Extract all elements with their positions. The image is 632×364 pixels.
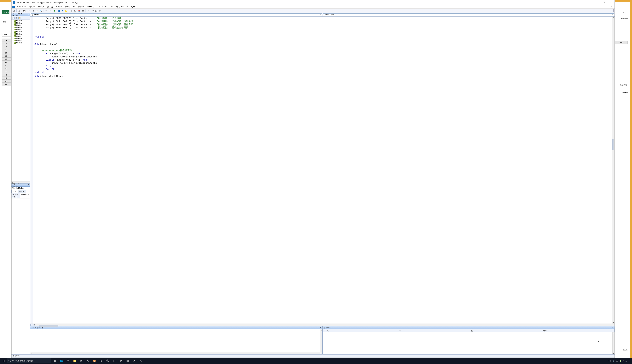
watch-body[interactable] xyxy=(323,332,615,354)
excel-zoom-level[interactable]: 130% xyxy=(623,349,628,351)
vbe-titlebar[interactable]: Microsoft Visual Basic for Applications … xyxy=(12,0,614,5)
paste-button[interactable]: 📋 xyxy=(35,9,39,12)
row-header[interactable]: 41 xyxy=(2,64,11,67)
tray-battery-icon[interactable]: 🔋 xyxy=(619,360,622,362)
property-row[interactable]: (オブジェクト Module10 xyxy=(12,193,30,198)
taskbar-search[interactable]: すべてを対象にして検索 xyxy=(7,358,51,363)
copy-button[interactable]: ⧉ xyxy=(32,9,35,12)
scrollbar-thumb[interactable] xyxy=(612,139,614,150)
maximize-button[interactable]: ☐ xyxy=(601,1,607,4)
project-tree-item[interactable]: Module xyxy=(12,24,30,26)
tray-chevron-icon[interactable]: ˄ xyxy=(608,360,609,362)
watch-close-icon[interactable]: ✕ xyxy=(612,327,614,329)
immediate-hscroll[interactable]: ◄► xyxy=(30,352,322,354)
menu-edit[interactable]: 編集(E) xyxy=(28,5,36,8)
find-button[interactable]: 🔍 xyxy=(39,9,42,12)
menu-file[interactable]: ファイル(F) xyxy=(15,5,28,8)
row-header[interactable]: 27 xyxy=(2,48,11,51)
row-header[interactable]: 46 xyxy=(2,76,11,80)
project-tree-item[interactable]: Module xyxy=(12,22,30,24)
tray-volume-icon[interactable]: 🔈 xyxy=(612,360,615,362)
redo-button[interactable]: ↷ xyxy=(48,9,52,12)
watch-pane-title[interactable]: ウォッチ ✕ xyxy=(323,326,615,329)
help-button[interactable]: ❔ xyxy=(86,9,90,12)
hscroll-right-arrow[interactable]: ► xyxy=(612,324,614,326)
close-button[interactable]: ✕ xyxy=(607,1,613,4)
watch-col-context[interactable]: 対象 xyxy=(542,329,614,332)
watch-col-expression[interactable]: 式 xyxy=(326,329,398,332)
view-excel-button[interactable]: ⊞ xyxy=(12,9,16,12)
hscroll-left-arrow[interactable]: ◄ xyxy=(36,324,38,326)
row-header[interactable]: 24 xyxy=(2,38,11,42)
project-tree-item[interactable]: Module xyxy=(12,31,30,33)
project-explorer-title[interactable]: プロジェクト - VBAPro ✕ xyxy=(12,13,30,16)
taskbar-app-excel[interactable]: X xyxy=(138,358,144,364)
code-vscroll[interactable] xyxy=(612,16,614,324)
tray-weather-icon[interactable]: ☁ xyxy=(626,360,630,362)
insert-module-button[interactable]: ▥ xyxy=(17,9,21,12)
excel-file-tab[interactable]: ファイル xyxy=(2,10,10,14)
toolbox-button[interactable]: 🛠 xyxy=(81,9,84,12)
properties-button[interactable]: 🗔 xyxy=(74,9,77,12)
project-tree-item[interactable]: Module xyxy=(12,33,30,35)
save-button[interactable]: 💾 xyxy=(22,9,26,12)
toolbar-grabber[interactable] xyxy=(613,9,614,12)
menu-help[interactable]: ヘルプ(H) xyxy=(125,5,136,8)
project-tree-hscroll[interactable] xyxy=(12,181,30,184)
tray-network-icon[interactable]: 🖧 xyxy=(616,360,618,362)
project-tree-item[interactable]: Module xyxy=(12,20,30,22)
properties-close-icon[interactable]: ✕ xyxy=(28,184,30,186)
menu-window[interactable]: ウィンドウ(W) xyxy=(110,5,125,8)
taskbar-app-generic[interactable]: ▦ xyxy=(124,358,131,364)
excel-share-button[interactable]: 共有 xyxy=(622,12,626,14)
menu-debug[interactable]: デバッグ(D) xyxy=(64,5,76,8)
watch-col-type[interactable]: 型 xyxy=(470,329,542,332)
row-header[interactable]: 43 xyxy=(2,67,11,70)
project-explorer-close-icon[interactable]: ✕ xyxy=(28,14,30,16)
properties-object-combo[interactable]: Module Module ▾ xyxy=(12,187,30,190)
immediate-pane-title[interactable]: イミディエイト ✕ xyxy=(30,326,322,329)
code-text[interactable]: Range("BC36:BD39").ClearContents '配特控除 必… xyxy=(33,16,612,324)
menu-run[interactable]: 実行(R) xyxy=(77,5,86,8)
cut-button[interactable]: ✂ xyxy=(28,9,31,12)
project-tree-item[interactable]: Module xyxy=(12,28,30,31)
object-combo[interactable]: (General) ▾ xyxy=(31,14,322,16)
code-hscroll[interactable]: ≡ ☰ ◄ ► xyxy=(30,324,614,326)
project-tree-item[interactable]: Module xyxy=(12,40,30,42)
properties-tab-categorized[interactable]: 項目別 xyxy=(18,190,26,193)
design-mode-button[interactable]: 📐 xyxy=(64,9,68,12)
code-gutter[interactable] xyxy=(30,16,33,324)
project-tree[interactable]: ModuleModuleModuleModuleModuleModuleModu… xyxy=(12,20,30,181)
menu-tools[interactable]: ツール(T) xyxy=(86,5,96,8)
properties-grid[interactable]: (オブジェクト Module10 xyxy=(12,193,30,354)
row-header[interactable]: 47 xyxy=(2,80,11,82)
watch-col-value[interactable]: 値 xyxy=(398,329,470,332)
menu-insert[interactable]: 挿入(I) xyxy=(46,5,54,8)
toggle-folders-icon[interactable]: 📁 xyxy=(18,17,21,19)
row-header[interactable]: 45 xyxy=(2,73,11,76)
task-view-button[interactable]: ⧉ xyxy=(52,358,58,364)
excel-col-header-au[interactable]: AU xyxy=(615,41,628,44)
taskbar-app-chrome[interactable]: 🌐 xyxy=(58,358,64,364)
taskbar-app-store[interactable]: 🛍 xyxy=(98,358,104,364)
scrollbar-thumb[interactable] xyxy=(40,325,58,327)
row-header[interactable]: 48 xyxy=(2,82,11,86)
mdi-restore-button[interactable]: ❐ xyxy=(607,6,610,8)
property-value[interactable]: Module10 xyxy=(20,193,30,198)
minimize-button[interactable]: — xyxy=(594,1,601,4)
reset-button[interactable]: ■ xyxy=(61,9,64,12)
view-object-icon[interactable]: ⊞ xyxy=(15,17,18,19)
excel-name-box[interactable]: AN29 xyxy=(2,33,11,36)
full-module-view-button[interactable]: ☰ xyxy=(33,324,36,326)
properties-pane-title[interactable]: プロパティ - Module1 ✕ xyxy=(12,184,30,187)
taskbar-app-onenote[interactable]: N xyxy=(111,358,118,364)
immediate-close-icon[interactable]: ✕ xyxy=(320,327,322,329)
project-tree-item[interactable]: Module xyxy=(12,35,30,37)
view-code-icon[interactable]: 📄 xyxy=(12,17,15,19)
object-browser-button[interactable]: 📚 xyxy=(77,9,81,12)
tray-ime-indicator[interactable]: A xyxy=(623,360,624,362)
break-button[interactable]: ▮▮ xyxy=(57,9,60,12)
taskbar-app-powerpoint[interactable]: P xyxy=(118,358,124,364)
taskbar-app-paint[interactable]: 🎨 xyxy=(91,358,98,364)
taskbar-app-word[interactable]: W xyxy=(78,358,84,364)
